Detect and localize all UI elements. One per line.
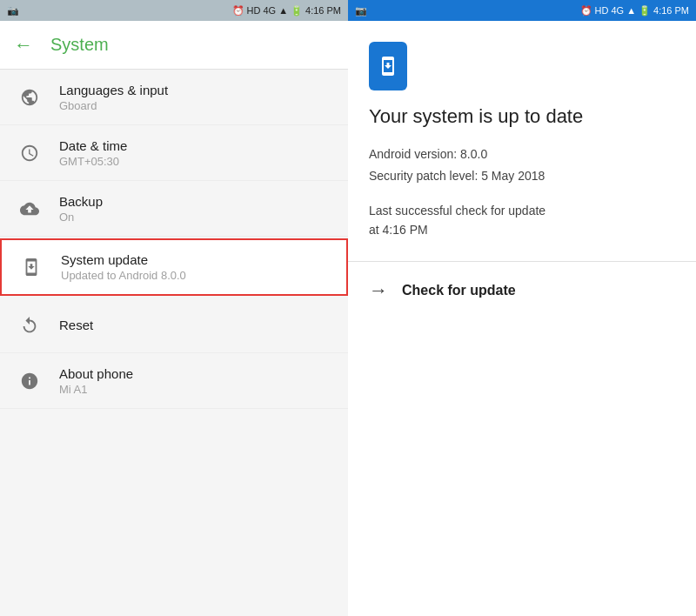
menu-item-datetime[interactable]: Date & time GMT+05:30 [0, 125, 348, 181]
info-icon [14, 372, 45, 391]
menu-item-aboutphone[interactable]: About phone Mi A1 [0, 353, 348, 409]
left-header: ← System [0, 21, 348, 70]
systemupdate-subtitle: Updated to Android 8.0.0 [61, 269, 186, 282]
menu-item-languages[interactable]: Languages & input Gboard [0, 70, 348, 125]
systemupdate-title: System update [61, 252, 186, 267]
aboutphone-title: About phone [59, 366, 133, 381]
left-status-bar-left: 📷 [7, 5, 19, 17]
time-label: 4:16 PM [305, 5, 341, 16]
right-status-bar: 📷 ⏰ HD 4G ▲ 🔋 4:16 PM [348, 0, 696, 21]
right-status-bar-inner: 📷 ⏰ HD 4G ▲ 🔋 4:16 PM [348, 0, 696, 21]
aboutphone-text: About phone Mi A1 [59, 366, 133, 396]
security-patch-label: Security patch level: 5 May 2018 [369, 165, 675, 187]
arrow-right-icon: → [369, 279, 388, 302]
menu-list: Languages & input Gboard Date & time GMT… [0, 70, 348, 616]
update-icon-container [369, 42, 675, 90]
right-hd-label: HD 4G [595, 5, 625, 16]
datetime-text: Date & time GMT+05:30 [59, 138, 127, 168]
menu-item-backup[interactable]: Backup On [0, 181, 348, 237]
download-icon [378, 56, 398, 77]
systemupdate-text: System update Updated to Android 8.0.0 [61, 252, 186, 282]
left-status-bar-right: ⏰ HD 4G ▲ 🔋 4:16 PM [232, 5, 341, 17]
right-status-right: ⏰ HD 4G ▲ 🔋 4:16 PM [580, 5, 689, 17]
android-version-label: Android version: 8.0.0 [369, 144, 675, 165]
alarm-icon: ⏰ [232, 5, 244, 17]
signal-icon: ▲ [278, 5, 288, 16]
right-time-label: 4:16 PM [653, 5, 689, 16]
right-status-left: 📷 [355, 5, 367, 17]
battery-icon: 🔋 [291, 5, 303, 17]
back-button[interactable]: ← [14, 34, 33, 57]
right-camera-icon: 📷 [355, 5, 367, 17]
reset-icon [14, 316, 45, 335]
right-battery-icon: 🔋 [639, 5, 651, 17]
right-signal-icon: ▲ [626, 5, 636, 16]
aboutphone-subtitle: Mi A1 [59, 383, 133, 396]
backup-title: Backup [59, 194, 103, 209]
hd-label: HD 4G [247, 5, 277, 16]
page-title: System [50, 35, 109, 55]
phone-update-icon [16, 258, 47, 277]
update-icon-box [369, 42, 407, 90]
menu-item-reset[interactable]: Reset [0, 298, 348, 353]
update-status-title: Your system is up to date [369, 104, 675, 130]
languages-subtitle: Gboard [59, 99, 168, 112]
globe-icon [14, 88, 45, 107]
backup-subtitle: On [59, 211, 103, 224]
left-panel: 📷 ⏰ HD 4G ▲ 🔋 4:16 PM ← System Languages… [0, 0, 348, 616]
datetime-subtitle: GMT+05:30 [59, 155, 127, 168]
reset-text: Reset [59, 318, 93, 332]
languages-text: Languages & input Gboard [59, 83, 168, 112]
right-panel: 📷 ⏰ HD 4G ▲ 🔋 4:16 PM Your system is up … [348, 0, 696, 616]
update-info: Android version: 8.0.0 Security patch le… [369, 144, 675, 187]
datetime-title: Date & time [59, 138, 127, 153]
right-content: Your system is up to date Android versio… [348, 21, 696, 616]
menu-item-systemupdate[interactable]: System update Updated to Android 8.0.0 [0, 238, 348, 296]
reset-title: Reset [59, 318, 93, 332]
cloud-icon [14, 199, 45, 218]
check-update-label: Check for update [402, 283, 516, 298]
last-check-label: Last successful check for updateat 4:16 … [369, 201, 675, 240]
clock-icon [14, 144, 45, 163]
backup-text: Backup On [59, 194, 103, 224]
right-alarm-icon: ⏰ [580, 5, 592, 17]
camera-icon: 📷 [7, 5, 19, 17]
languages-title: Languages & input [59, 83, 168, 97]
check-for-update-row[interactable]: → Check for update [369, 262, 675, 319]
left-status-bar: 📷 ⏰ HD 4G ▲ 🔋 4:16 PM [0, 0, 348, 21]
